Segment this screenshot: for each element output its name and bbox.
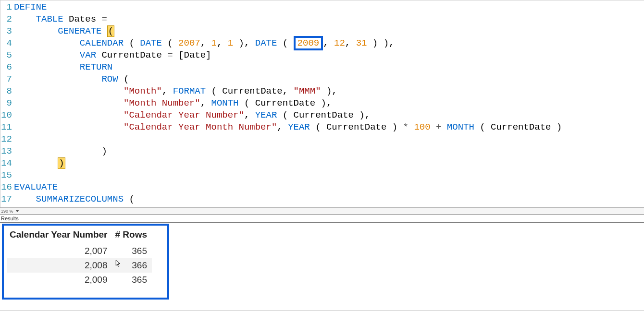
highlight-box-inline: 2009	[294, 36, 323, 50]
column-header[interactable]: Calendar Year Number	[7, 226, 112, 244]
line-number: 9	[0, 97, 14, 109]
line-number: 17	[0, 193, 14, 205]
line-number: 2	[0, 13, 14, 25]
line-number: 11	[0, 121, 14, 133]
cell: 2,008	[7, 258, 112, 273]
table-row[interactable]: 2,008366	[7, 258, 152, 273]
zoom-level: 190 %	[1, 209, 13, 214]
line-number: 15	[0, 169, 14, 181]
line-number: 16	[0, 181, 14, 193]
table-row[interactable]: 2,009365	[7, 273, 152, 287]
line-number: 7	[0, 73, 14, 85]
code-content[interactable]: DEFINE TABLE Dates = GENERATE ( CALENDAR…	[14, 0, 644, 207]
line-number: 12	[0, 133, 14, 145]
line-number: 4	[0, 37, 14, 49]
line-number: 8	[0, 85, 14, 97]
cell: 366	[112, 258, 152, 273]
cell: 365	[112, 244, 152, 258]
line-number: 6	[0, 61, 14, 73]
cell: 2,009	[7, 273, 112, 287]
line-number: 1	[0, 1, 14, 13]
cell: 365	[112, 273, 152, 287]
line-number: 5	[0, 49, 14, 61]
column-header[interactable]: # Rows	[112, 226, 152, 244]
chevron-down-icon[interactable]	[15, 210, 19, 212]
zoom-bar[interactable]: 190 %	[0, 207, 644, 214]
results-panel: Calendar Year Number# Rows 2,0073652,008…	[0, 222, 644, 311]
table-row[interactable]: 2,007365	[7, 244, 152, 258]
code-editor[interactable]: 1234567891011121314151617 DEFINE TABLE D…	[0, 0, 644, 207]
cell: 2,007	[7, 244, 112, 258]
line-number: 13	[0, 145, 14, 157]
line-number-gutter: 1234567891011121314151617	[0, 0, 14, 207]
line-number: 3	[0, 25, 14, 37]
results-table[interactable]: Calendar Year Number# Rows 2,0073652,008…	[7, 226, 152, 287]
results-panel-label: Results	[0, 214, 644, 222]
line-number: 14	[0, 157, 14, 169]
line-number: 10	[0, 109, 14, 121]
